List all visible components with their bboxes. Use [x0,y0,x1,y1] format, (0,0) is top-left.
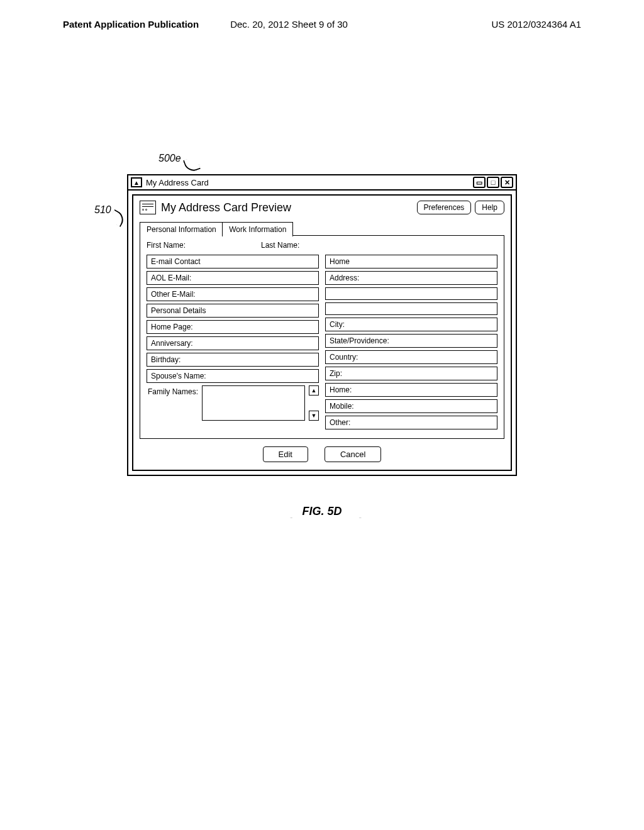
cancel-button[interactable]: Cancel [325,446,381,462]
scroll-up-icon[interactable]: ▲ [309,385,319,396]
panel-title: My Address Card Preview [161,201,291,214]
tab-work-information[interactable]: Work Information [222,222,293,236]
edit-button[interactable]: Edit [263,446,308,462]
address-card-icon [140,201,156,214]
minimize-button[interactable]: ▭ [473,177,486,188]
window-my-address-card: ▲ My Address Card ▭ □ ✕ My Address Card … [127,174,517,476]
tab-personal-information[interactable]: Personal Information [140,222,223,236]
field-mobile-phone[interactable]: Mobile: [325,399,497,413]
field-home-page[interactable]: Home Page: [147,320,319,334]
maximize-button[interactable]: □ [487,177,499,188]
close-button[interactable]: ✕ [501,177,513,188]
field-city[interactable]: City: [325,318,497,331]
field-zip[interactable]: Zip: [325,367,497,380]
field-other-email[interactable]: Other E-Mail: [147,287,319,301]
scroll-down-icon[interactable]: ▼ [309,411,319,421]
preferences-button[interactable]: Preferences [417,201,472,214]
field-other-phone[interactable]: Other: [325,416,497,429]
field-aol-email[interactable]: AOL E-Mail: [147,271,319,285]
pub-header-mid: Dec. 20, 2012 Sheet 9 of 30 [230,19,348,30]
header-email-contact: E-mail Contact [147,255,319,268]
label-family-names: Family Names: [147,385,198,421]
pub-header-right: US 2012/0324364 A1 [491,19,581,30]
field-address-line3[interactable] [325,302,497,315]
label-first-name: First Name: [147,241,186,250]
field-birthday[interactable]: Birthday: [147,353,319,367]
help-button[interactable]: Help [475,201,504,214]
field-country[interactable]: Country: [325,350,497,364]
ref-500e: 500e [158,153,181,164]
field-home-phone[interactable]: Home: [325,383,497,397]
field-state[interactable]: State/Providence: [325,334,497,348]
field-anniversary[interactable]: Anniversary: [147,336,319,350]
header-personal-details: Personal Details [147,304,319,318]
figure-caption: FIG. 5D [127,505,517,518]
label-last-name: Last Name: [261,241,299,250]
tab-panel-personal: First Name: Last Name: E-mail Contact AO… [140,235,504,439]
header-home: Home [325,255,497,268]
window-title: My Address Card [146,178,209,187]
pub-header-left: Patent Application Publication [63,19,199,30]
titlebar: ▲ My Address Card ▭ □ ✕ [128,175,516,191]
field-address[interactable]: Address: [325,271,497,285]
app-icon: ▲ [131,177,142,187]
field-address-line2[interactable] [325,287,497,300]
field-family-names[interactable] [202,385,305,421]
ref-510: 510 [94,204,111,216]
field-spouse-name[interactable]: Spouse's Name: [147,369,319,383]
